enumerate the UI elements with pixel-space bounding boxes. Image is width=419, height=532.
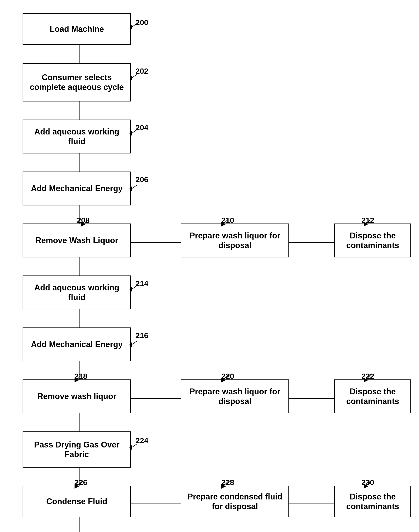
ref-204: 204 [135, 123, 148, 132]
svg-line-6 [132, 185, 137, 189]
box-prepare-wash-2: Prepare wash liquor for disposal [181, 379, 289, 413]
box-load-machine: Load Machine [23, 13, 131, 45]
box-consumer-selects: Consumer selects complete aqueous cycle [23, 63, 131, 102]
box-prepare-wash-1: Prepare wash liquor for disposal [181, 224, 289, 257]
box-dispose-1: Dispose the contaminants [334, 224, 411, 257]
box-remove-wash-1: Remove Wash Liquor [23, 224, 131, 257]
box-condense-fluid: Condense Fluid [23, 486, 131, 517]
ref-224: 224 [135, 436, 148, 445]
box-pass-drying: Pass Drying Gas Over Fabric [23, 431, 131, 468]
box-prepare-condensed: Prepare condensed fluid for disposal [181, 486, 289, 517]
box-dispose-2: Dispose the contaminants [334, 379, 411, 413]
ref-210: 210 [221, 216, 234, 225]
ref-202: 202 [135, 67, 148, 76]
flowchart-diagram: Load Machine 200 Consumer selects comple… [0, 0, 419, 532]
ref-218: 218 [75, 372, 87, 381]
ref-208: 208 [77, 216, 90, 225]
ref-230: 230 [361, 478, 374, 487]
svg-line-16 [132, 341, 137, 345]
ref-228: 228 [221, 478, 234, 487]
box-dispose-3: Dispose the contaminants [334, 486, 411, 517]
ref-216: 216 [135, 331, 148, 340]
box-add-mechanical-1: Add Mechanical Energy [23, 172, 131, 205]
box-add-aqueous-1: Add aqueous working fluid [23, 120, 131, 153]
ref-200: 200 [135, 18, 148, 27]
box-add-aqueous-2: Add aqueous working fluid [23, 276, 131, 309]
ref-226: 226 [75, 478, 87, 487]
ref-212: 212 [361, 216, 374, 225]
box-remove-wash-2: Remove wash liquor [23, 379, 131, 413]
ref-214: 214 [135, 279, 148, 288]
ref-206: 206 [135, 175, 148, 184]
ref-220: 220 [221, 372, 234, 381]
box-add-mechanical-2: Add Mechanical Energy [23, 328, 131, 361]
ref-222: 222 [361, 372, 374, 381]
